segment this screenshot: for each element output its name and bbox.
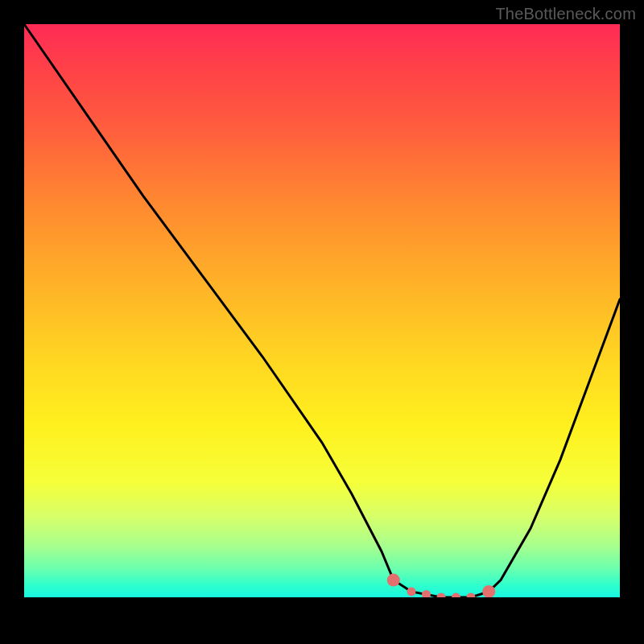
curve-marker: [407, 587, 416, 596]
x-axis-band: [24, 597, 620, 630]
curve-layer: [24, 24, 620, 597]
plot-area: [24, 24, 620, 630]
curve-marker: [482, 585, 495, 598]
chart-container: TheBottleneck.com: [0, 0, 644, 644]
watermark-text: TheBottleneck.com: [495, 5, 636, 23]
curve-marker: [387, 574, 400, 587]
bottleneck-curve: [24, 24, 620, 597]
